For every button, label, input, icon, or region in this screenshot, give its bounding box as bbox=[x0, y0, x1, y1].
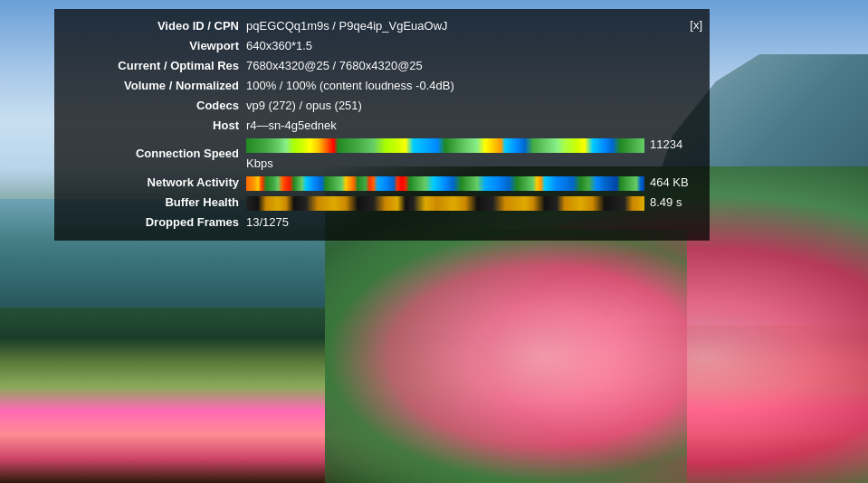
codecs-row: Codecs vp9 (272) / opus (251) bbox=[65, 96, 699, 116]
host-label: Host bbox=[65, 117, 246, 136]
video-id-row: Video ID / CPN pqEGCQq1m9s / P9qe4ip_VgE… bbox=[65, 16, 699, 36]
buffer-health-value: 8.49 s bbox=[246, 194, 699, 213]
network-activity-label: Network Activity bbox=[65, 174, 246, 193]
resolution-label: Current / Optimal Res bbox=[65, 57, 246, 76]
network-activity-chart bbox=[246, 176, 644, 191]
dropped-frames-label: Dropped Frames bbox=[65, 213, 246, 232]
codecs-value: vp9 (272) / opus (251) bbox=[246, 97, 699, 116]
codecs-label: Codecs bbox=[65, 97, 246, 116]
connection-speed-chart bbox=[246, 138, 644, 153]
resolution-value: 7680x4320@25 / 7680x4320@25 bbox=[246, 57, 699, 76]
connection-speed-row: Connection Speed 11234 Kbps bbox=[65, 136, 699, 174]
volume-label: Volume / Normalized bbox=[65, 77, 246, 96]
video-id-value: pqEGCQq1m9s / P9qe4ip_VgEuaOwJ bbox=[246, 17, 699, 36]
network-activity-value: 464 KB bbox=[246, 174, 699, 193]
resolution-row: Current / Optimal Res 7680x4320@25 / 768… bbox=[65, 56, 699, 76]
dropped-frames-row: Dropped Frames 13/1275 bbox=[65, 213, 699, 233]
viewport-label: Viewport bbox=[65, 37, 246, 56]
cherry-blossoms-2 bbox=[325, 230, 687, 483]
connection-speed-value: 11234 Kbps bbox=[246, 136, 699, 174]
buffer-health-chart bbox=[246, 196, 644, 211]
connection-speed-label: Connection Speed bbox=[65, 145, 246, 164]
volume-value: 100% / 100% (content loudness -0.4dB) bbox=[246, 77, 699, 96]
network-activity-row: Network Activity 464 KB bbox=[65, 174, 699, 194]
host-value: r4—sn-4g5ednek bbox=[246, 117, 699, 136]
viewport-value: 640x360*1.5 bbox=[246, 37, 699, 56]
video-id-label: Video ID / CPN bbox=[65, 17, 246, 36]
viewport-row: Viewport 640x360*1.5 bbox=[65, 36, 699, 56]
close-button[interactable]: [x] bbox=[690, 16, 702, 35]
buffer-health-label: Buffer Health bbox=[65, 194, 246, 213]
buffer-health-row: Buffer Health 8.49 s bbox=[65, 194, 699, 213]
dropped-frames-value: 13/1275 bbox=[246, 213, 699, 232]
volume-row: Volume / Normalized 100% / 100% (content… bbox=[65, 76, 699, 96]
stats-overlay: [x] Video ID / CPN pqEGCQq1m9s / P9qe4ip… bbox=[54, 9, 710, 241]
host-row: Host r4—sn-4g5ednek bbox=[65, 116, 699, 136]
